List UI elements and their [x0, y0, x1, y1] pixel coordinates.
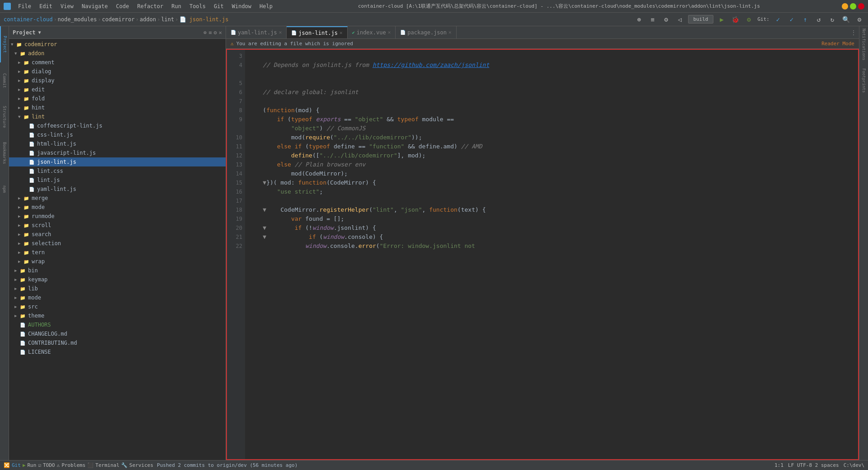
- tree-item-lint-css[interactable]: 📄 lint.css: [9, 166, 226, 176]
- tree-item-theme[interactable]: ▶ 📁 theme: [9, 311, 226, 320]
- git-push-icon[interactable]: ↑: [800, 14, 810, 24]
- settings-icon2[interactable]: ⚙: [854, 14, 864, 24]
- search-icon[interactable]: 🔍: [841, 14, 851, 24]
- panel-locate-icon[interactable]: ⊕: [203, 29, 207, 36]
- tab-notifications[interactable]: Notifications: [859, 26, 868, 62]
- settings-icon[interactable]: ⚙: [661, 14, 671, 24]
- menu-window[interactable]: Window: [228, 2, 255, 10]
- tab-package-json[interactable]: 📄 package.json ✕: [396, 26, 456, 38]
- tree-item-coffeescript-lint[interactable]: 📄 coffeescript-lint.js: [9, 121, 226, 130]
- tree-item-mode[interactable]: ▶ 📁 mode: [9, 203, 226, 212]
- tree-item-addon[interactable]: ▼ 📁 addon: [9, 49, 226, 58]
- breadcrumb-file[interactable]: 📄 json-lint.js: [179, 16, 229, 23]
- tree-item-wrap[interactable]: ▶ 📁 wrap: [9, 257, 226, 266]
- run-button-icon[interactable]: ▶: [717, 14, 727, 24]
- code-text[interactable]: // Depends on jsonlint.js from https://g…: [245, 50, 858, 459]
- status-git-label[interactable]: Git: [12, 462, 21, 468]
- tree-item-dialog[interactable]: ▶ 📁 dialog: [9, 67, 226, 76]
- menu-navigate[interactable]: Navigate: [78, 2, 112, 10]
- tab-index-vue[interactable]: ✔ index.vue ✕: [348, 26, 396, 38]
- tab-package-json-close[interactable]: ✕: [448, 29, 452, 35]
- status-encoding[interactable]: LF UTF-8 2 spaces: [788, 462, 839, 468]
- tree-item-search[interactable]: ▶ 📁 search: [9, 230, 226, 239]
- tree-item-authors[interactable]: 📄 AUTHORS: [9, 320, 226, 329]
- collapse-icon[interactable]: ≡: [647, 14, 657, 24]
- tree-item-src[interactable]: ▶ 📁 src: [9, 302, 226, 311]
- tab-index-vue-close[interactable]: ✕: [388, 29, 391, 35]
- panel-close-icon[interactable]: ✕: [219, 29, 222, 36]
- tree-item-lib[interactable]: ▶ 📁 lib: [9, 284, 226, 293]
- status-position[interactable]: 1:1: [774, 462, 783, 468]
- code-editor[interactable]: 3 4 5 6 7 8 9 10 11 12 13 14 15 16 1: [226, 49, 859, 460]
- close-button[interactable]: [858, 3, 864, 9]
- tree-item-fold[interactable]: ▶ 📁 fold: [9, 94, 226, 103]
- tab-yaml-lint[interactable]: 📄 yaml-lint.js ✕: [226, 26, 287, 38]
- tab-footprints[interactable]: Footprints: [859, 62, 868, 99]
- tab-bookmarks[interactable]: Bookmarks: [0, 135, 9, 171]
- tree-item-yaml-lint[interactable]: 📄 yaml-lint.js: [9, 185, 226, 194]
- status-git-icon[interactable]: 🔀: [4, 462, 10, 468]
- tree-item-merge[interactable]: ▶ 📁 merge: [9, 194, 226, 203]
- build-icon[interactable]: ⚙: [744, 14, 754, 24]
- breadcrumb-lint[interactable]: lint: [161, 16, 174, 23]
- status-run-icon[interactable]: ▶: [23, 462, 26, 468]
- panel-more-icon[interactable]: ⚙: [214, 29, 217, 36]
- tree-item-css-lint[interactable]: 📄 css-lint.js: [9, 130, 226, 139]
- menu-file[interactable]: File: [14, 2, 35, 10]
- panel-dropdown[interactable]: ▼: [38, 30, 41, 35]
- tab-more-icon[interactable]: ⋮: [848, 26, 859, 38]
- tree-item-comment[interactable]: ▶ 📁 comment: [9, 58, 226, 67]
- status-todo-label[interactable]: TODO: [43, 462, 55, 468]
- tree-item-license[interactable]: 📄 LICENSE: [9, 347, 226, 356]
- breadcrumb-codemirror[interactable]: codemirror: [102, 16, 135, 23]
- status-branch[interactable]: C:\dev\: [844, 462, 864, 468]
- tree-item-scroll[interactable]: ▶ 📁 scroll: [9, 221, 226, 230]
- breadcrumb-addon[interactable]: addon: [140, 16, 156, 23]
- tree-item-codemirror[interactable]: ▼ 📁 codemirror: [9, 40, 226, 49]
- status-services-label[interactable]: Services: [129, 462, 153, 468]
- tree-item-edit[interactable]: ▶ 📁 edit: [9, 85, 226, 94]
- build-button[interactable]: build: [688, 15, 713, 24]
- git-undo-icon[interactable]: ↺: [814, 14, 824, 24]
- tree-item-display[interactable]: ▶ 📁 display: [9, 76, 226, 85]
- menu-run[interactable]: Run: [168, 2, 185, 10]
- tree-item-mode2[interactable]: ▶ 📁 mode: [9, 293, 226, 302]
- tree-item-json-lint[interactable]: 📄 json-lint.js: [9, 157, 226, 166]
- menu-refactor[interactable]: Refactor: [133, 2, 167, 10]
- status-problems-label[interactable]: Problems: [61, 462, 85, 468]
- menu-code[interactable]: Code: [113, 2, 133, 10]
- file-tree[interactable]: ▼ 📁 codemirror ▼ 📁 addon ▶ 📁 comment: [9, 39, 226, 460]
- tree-item-lint[interactable]: ▼ 📁 lint: [9, 112, 226, 121]
- maximize-button[interactable]: [850, 3, 856, 9]
- navigate-icon[interactable]: ⊕: [634, 14, 644, 24]
- tab-structure[interactable]: Structure: [0, 99, 9, 135]
- git-redo-icon[interactable]: ↻: [827, 14, 837, 24]
- menu-help[interactable]: Help: [256, 2, 276, 10]
- reader-mode-button[interactable]: Reader Mode: [821, 41, 854, 47]
- tab-project[interactable]: Project: [0, 26, 9, 62]
- tree-item-keymap[interactable]: ▶ 📁 keymap: [9, 275, 226, 284]
- tree-item-runmode[interactable]: ▶ 📁 runmode: [9, 212, 226, 221]
- menu-view[interactable]: View: [57, 2, 77, 10]
- tab-yaml-lint-close[interactable]: ✕: [279, 29, 282, 35]
- tree-item-contributing[interactable]: 📄 CONTRIBUTING.md: [9, 338, 226, 347]
- tree-item-html-lint[interactable]: 📄 html-lint.js: [9, 139, 226, 148]
- panel-collapse-icon[interactable]: ≡: [208, 29, 212, 36]
- breadcrumb-root[interactable]: container-cloud: [4, 16, 52, 23]
- tree-item-bin[interactable]: ▶ 📁 bin: [9, 266, 226, 275]
- minimize-button[interactable]: [842, 3, 848, 9]
- hide-icon[interactable]: ◁: [675, 14, 684, 24]
- tree-item-tern[interactable]: ▶ 📁 tern: [9, 248, 226, 257]
- status-run-label[interactable]: Run: [28, 462, 37, 468]
- tab-commit[interactable]: Commit: [0, 62, 9, 99]
- tab-json-lint[interactable]: 📄 json-lint.js ✕: [287, 26, 347, 38]
- git-check-icon[interactable]: ✓: [773, 14, 783, 24]
- tree-item-changelog[interactable]: 📄 CHANGELOG.md: [9, 329, 226, 338]
- debug-icon[interactable]: 🐞: [731, 14, 741, 24]
- menu-edit[interactable]: Edit: [36, 2, 56, 10]
- menu-tools[interactable]: Tools: [186, 2, 209, 10]
- menu-git[interactable]: Git: [210, 2, 227, 10]
- tab-npm[interactable]: npm: [0, 171, 9, 207]
- git-check2-icon[interactable]: ✓: [787, 14, 797, 24]
- status-terminal-label[interactable]: Terminal: [95, 462, 119, 468]
